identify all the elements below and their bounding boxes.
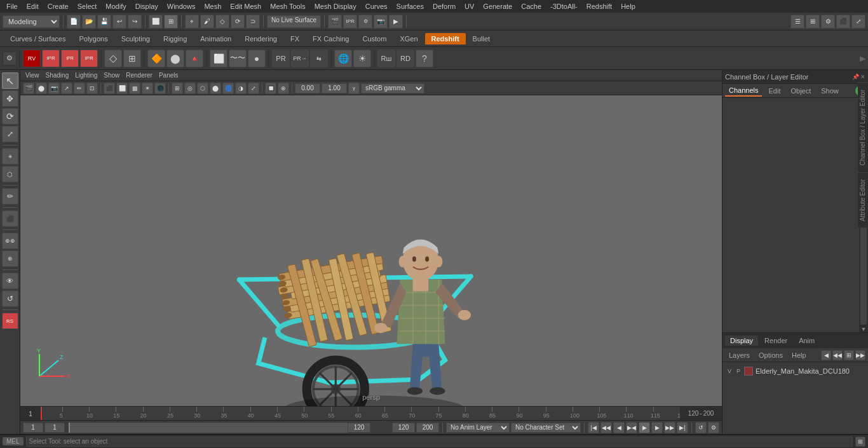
shelf-sphere-icon[interactable]: ⬤ <box>166 50 184 67</box>
shelf-diamond-icon[interactable]: ◇ <box>104 50 122 67</box>
tab-object[interactable]: Object <box>787 86 815 96</box>
channel-box-close[interactable]: ✕ <box>860 74 865 80</box>
shelf-grid-icon[interactable]: ⊞ <box>123 50 141 67</box>
shelf-icon-3[interactable]: IPR <box>61 50 79 67</box>
lasso-select-button[interactable]: ⌖ <box>185 15 199 29</box>
vp-next-frame[interactable]: 📷 <box>48 83 60 94</box>
menu-surfaces[interactable]: Surfaces <box>393 1 428 11</box>
vp-hud-btn[interactable]: ⊕ <box>278 83 289 94</box>
vp-sel-hlite[interactable]: ⬤ <box>210 83 221 94</box>
menu-modify[interactable]: Modify <box>102 1 130 11</box>
show-manip-button[interactable]: ⬡ <box>2 166 18 182</box>
viewport-canvas[interactable]: persp Z X Y <box>20 95 722 406</box>
move-pivot-button[interactable]: ⊕⊕ <box>2 233 18 249</box>
menu-deform[interactable]: Deform <box>429 1 459 11</box>
play-forward-button[interactable]: ▶ <box>639 422 650 433</box>
menu-edit[interactable]: Edit <box>23 1 43 11</box>
language-selector[interactable]: MEL <box>3 437 24 445</box>
shelf-pr-3[interactable]: ⇆ <box>310 50 328 67</box>
menu-mesh-display[interactable]: Mesh Display <box>311 1 360 11</box>
vp-prev-frame[interactable]: ⬤ <box>36 83 47 94</box>
anim-end-input[interactable] <box>416 423 439 433</box>
render-btn-5[interactable]: ▶ <box>389 15 403 29</box>
status-icon-btn[interactable]: ⊞ <box>855 437 865 447</box>
shading-menu[interactable]: Shading <box>43 71 72 79</box>
vp-grid-btn[interactable]: ⊞ <box>172 83 183 94</box>
vp-coord-x[interactable] <box>295 83 320 93</box>
view-menu[interactable]: View <box>23 71 42 79</box>
layer-icon-3[interactable]: ⊞ <box>844 350 854 360</box>
le-tab-display[interactable]: Display <box>725 336 758 346</box>
help-menu[interactable]: Help <box>788 350 810 360</box>
tab-fx[interactable]: FX <box>284 33 306 44</box>
shelf-scroll-right[interactable]: ▶ <box>860 54 865 63</box>
menu-select[interactable]: Select <box>74 1 101 11</box>
tab-animation[interactable]: Animation <box>194 33 238 44</box>
next-key-button[interactable]: ▶ <box>651 422 663 433</box>
step-back-button[interactable]: ◀◀ <box>600 422 612 433</box>
redo-button[interactable]: ↪ <box>128 15 142 29</box>
menu-uv[interactable]: UV <box>461 1 478 11</box>
step-forward-button[interactable]: ▶▶ <box>664 422 675 433</box>
prev-key-button[interactable]: ◀ <box>613 422 625 433</box>
le-tab-render[interactable]: Render <box>759 336 792 346</box>
select-mode-comp[interactable]: ⊞ <box>164 15 178 29</box>
menu-generate[interactable]: Generate <box>479 1 516 11</box>
rotate-tool-button[interactable]: ⟳ <box>2 108 18 125</box>
go-end-button[interactable]: ▶| <box>677 422 688 433</box>
shelf-round-icon[interactable]: ● <box>248 50 266 67</box>
shelf-sun-icon[interactable]: ☀ <box>353 50 371 67</box>
layer-vp-btn[interactable]: V <box>726 368 733 374</box>
move-tool-button[interactable]: ✥ <box>2 90 18 107</box>
tab-redshift[interactable]: Redshift <box>425 33 466 44</box>
menu-redshift[interactable]: Redshift <box>583 1 616 11</box>
shelf-gear-icon[interactable]: ⚙ <box>3 51 17 65</box>
lighting-menu[interactable]: Lighting <box>72 71 100 79</box>
menu-file[interactable]: File <box>3 1 22 11</box>
frame-end-input[interactable] <box>348 423 370 433</box>
select-btn-5[interactable]: ⊃ <box>246 15 260 29</box>
shelf-pr-1[interactable]: PR <box>272 50 290 67</box>
vp-res-gate[interactable]: ⬡ <box>197 83 208 94</box>
layer-icon-2[interactable]: ◀◀ <box>832 350 843 360</box>
snap-together-button[interactable]: ⊕ <box>2 250 18 267</box>
select-mode-obj[interactable]: ⬜ <box>149 15 163 29</box>
no-live-surface-button[interactable]: No Live Surface <box>267 15 321 28</box>
shelf-teardrop-icon[interactable]: 🔶 <box>147 50 165 67</box>
loop-button[interactable]: ↺ <box>695 422 707 433</box>
tool-settings-toggle[interactable]: ⚙ <box>821 15 835 29</box>
vp-shadow-btn[interactable]: 🌑 <box>154 83 166 94</box>
panels-menu[interactable]: Panels <box>156 71 181 79</box>
tab-custom[interactable]: Custom <box>356 33 393 44</box>
options-menu[interactable]: Options <box>755 350 787 360</box>
menu-mesh-tools[interactable]: Mesh Tools <box>266 1 309 11</box>
vp-lighting-btn[interactable]: ☀ <box>142 83 153 94</box>
vp-textured-btn[interactable]: ▩ <box>129 83 140 94</box>
current-frame-input[interactable] <box>23 423 43 433</box>
tab-channels[interactable]: Channels <box>725 85 762 97</box>
shelf-question-icon[interactable]: ? <box>416 50 433 67</box>
play-back-button[interactable]: ▶◀ <box>626 422 637 433</box>
char-set-dropdown[interactable]: No Character Set <box>511 423 581 433</box>
frame-start-input[interactable] <box>44 423 65 433</box>
shelf-icon-4[interactable]: IPR <box>80 50 98 67</box>
shelf-mat-1[interactable]: Rш <box>377 50 395 67</box>
shelf-dome-icon[interactable]: 🌐 <box>334 50 352 67</box>
layer-icon-1[interactable]: ◀ <box>821 350 831 360</box>
scale-tool-button[interactable]: ⤢ <box>2 126 18 142</box>
shelf-rv-icon[interactable]: RV <box>23 50 41 67</box>
soft-select-button[interactable]: ⌖ <box>2 148 18 165</box>
pb-settings-button[interactable]: ⚙ <box>708 422 719 433</box>
vp-camera-2[interactable]: ◎ <box>184 83 196 94</box>
renderer-menu[interactable]: Renderer <box>123 71 155 79</box>
select-tool-button[interactable]: ↖ <box>2 72 18 89</box>
shelf-icon-2[interactable]: IPR <box>42 50 60 67</box>
save-scene-button[interactable]: 💾 <box>97 15 111 29</box>
tab-fx-caching[interactable]: FX Caching <box>306 33 355 44</box>
vp-fit-all[interactable]: ↗ <box>61 83 72 94</box>
vp-depth-btn[interactable]: ◑ <box>235 83 247 94</box>
vp-paint-fx[interactable]: ✏ <box>74 83 85 94</box>
scroll-down-btn[interactable]: ▼ <box>861 326 867 332</box>
channel-box-pin[interactable]: 📌 <box>852 74 859 80</box>
menu-mesh[interactable]: Mesh <box>200 1 225 11</box>
